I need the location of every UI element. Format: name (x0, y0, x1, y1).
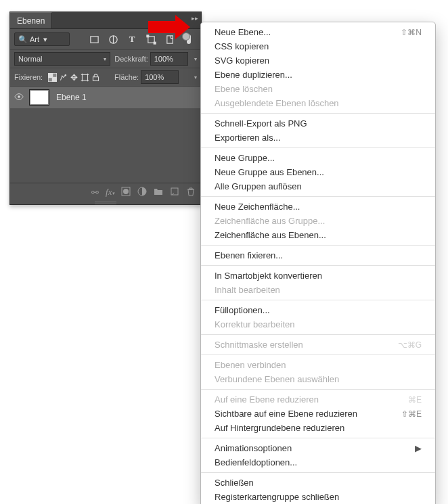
svg-point-10 (65, 74, 66, 76)
menu-separator (201, 472, 435, 473)
menu-separator (201, 389, 435, 390)
menu-shortcut: ⇧⌘N (401, 28, 422, 37)
layer-thumbnail[interactable] (29, 89, 49, 106)
filter-type-select[interactable]: 🔍Art▾ (14, 32, 70, 46)
menu-item[interactable]: Neue Gruppe... (201, 151, 435, 165)
menu-item: Ausgeblendete Ebenen löschen (201, 96, 435, 110)
menu-separator (201, 113, 435, 114)
new-group-icon[interactable] (154, 187, 163, 198)
menu-item-label: Bedienfeldoptionen... (215, 457, 297, 467)
tab-layers[interactable]: Ebenen (10, 12, 52, 28)
svg-rect-4 (154, 42, 156, 44)
pointer-arrow (148, 15, 190, 39)
menu-shortcut: ⇧⌘E (401, 409, 422, 419)
menu-separator (201, 265, 435, 266)
lock-position-icon[interactable]: ✥ (68, 72, 79, 83)
menu-item: Verbundene Ebenen auswählen (201, 372, 435, 386)
menu-item[interactable]: Sichtbare auf eine Ebene reduzieren⇧⌘E (201, 407, 435, 421)
menu-item-label: Ebene duplizieren... (215, 70, 292, 80)
menu-item[interactable]: Ebenen fixieren... (201, 248, 435, 262)
panel-flyout-menu: Neue Ebene...⇧⌘NCSS kopierenSVG kopieren… (200, 22, 436, 504)
blend-row: Normal▾ Deckkraft: 100% ▾ (10, 50, 201, 68)
filter-adjustment-icon[interactable] (108, 34, 118, 45)
menu-item[interactable]: Neue Ebene...⇧⌘N (201, 25, 435, 39)
svg-rect-6 (48, 73, 53, 78)
lock-pixels-icon[interactable] (58, 72, 68, 83)
lock-transparency-icon[interactable] (47, 72, 58, 83)
menu-item[interactable]: Bedienfeldoptionen... (201, 455, 435, 469)
chevron-down-icon[interactable]: ▾ (194, 56, 197, 62)
menu-item-label: Schnittmaske erstellen (215, 340, 303, 350)
menu-item-label: Animationsoptionen (215, 443, 292, 453)
link-layers-icon[interactable]: ⚯ (91, 187, 99, 198)
menu-item-label: In Smartobjekt konvertieren (215, 271, 322, 281)
fill-value[interactable]: 100% (141, 70, 179, 84)
menu-item[interactable]: Fülloptionen... (201, 303, 435, 317)
panel-footer: ⚯ fx▾ (10, 183, 201, 201)
menu-item-label: Auf eine Ebene reduzieren (215, 394, 319, 405)
svg-rect-0 (90, 36, 97, 42)
menu-item[interactable]: CSS kopieren (201, 39, 435, 53)
new-layer-icon[interactable] (170, 187, 179, 198)
filter-type-label: Art (30, 35, 39, 43)
menu-item: Inhalt bearbeiten (201, 283, 435, 297)
menu-item[interactable]: Neue Gruppe aus Ebenen... (201, 165, 435, 179)
chevron-down-icon[interactable]: ▾ (194, 74, 197, 81)
menu-item-label: Ausgeblendete Ebenen löschen (215, 98, 339, 108)
menu-item-label: Neue Gruppe aus Ebenen... (215, 167, 324, 177)
menu-item-label: Neue Gruppe... (215, 153, 275, 163)
menu-item-label: Korrektur bearbeiten (215, 319, 295, 329)
resize-grip[interactable] (10, 201, 201, 204)
menu-item[interactable]: Ebene duplizieren... (201, 68, 435, 82)
layer-name[interactable]: Ebene 1 (56, 93, 87, 102)
menu-shortcut: ⌘E (408, 395, 422, 405)
menu-item[interactable]: Schließen (201, 476, 435, 490)
menu-item-label: Ebenen fixieren... (215, 250, 283, 260)
layer-fx-icon[interactable]: fx▾ (106, 187, 114, 198)
svg-rect-12 (93, 76, 98, 81)
opacity-value[interactable]: 100% (150, 52, 188, 66)
blend-mode-select[interactable]: Normal▾ (14, 52, 110, 66)
menu-item-label: CSS kopieren (215, 41, 269, 51)
menu-item-label: Zeichenfläche aus Gruppe... (215, 216, 325, 226)
lock-artboard-icon[interactable] (79, 72, 90, 83)
adjustment-layer-icon[interactable] (137, 187, 147, 198)
menu-item: Ebenen verbinden (201, 358, 435, 372)
menu-separator (201, 354, 435, 355)
fill-label: Fläche: (114, 73, 139, 81)
menu-item[interactable]: Alle Gruppen auflösen (201, 179, 435, 193)
menu-item[interactable]: In Smartobjekt konvertieren (201, 269, 435, 283)
menu-item-label: Ebenen verbinden (215, 360, 286, 370)
menu-item: Schnittmaske erstellen⌥⌘G (201, 338, 435, 352)
menu-item: Zeichenfläche aus Gruppe... (201, 214, 435, 228)
filter-type-icon[interactable]: T (127, 34, 137, 45)
menu-item[interactable]: Neue Zeichenfläche... (201, 200, 435, 214)
layer-row[interactable]: Ebene 1 (10, 87, 201, 108)
menu-item-label: Schnell-Export als PNG (215, 118, 307, 129)
menu-item[interactable]: Registerkartengruppe schließen (201, 490, 435, 504)
lock-all-icon[interactable] (90, 72, 101, 83)
svg-point-13 (18, 95, 20, 98)
visibility-icon[interactable] (14, 93, 24, 103)
menu-item[interactable]: Animationsoptionen▶ (201, 441, 435, 455)
menu-item[interactable]: Schnell-Export als PNG (201, 116, 435, 131)
layer-mask-icon[interactable] (121, 187, 131, 198)
menu-item-label: Alle Gruppen auflösen (215, 181, 302, 191)
menu-item[interactable]: SVG kopieren (201, 53, 435, 68)
menu-separator (201, 334, 435, 335)
menu-item-label: Verbundene Ebenen auswählen (215, 374, 339, 384)
collapse-icon[interactable]: ▸▸ (192, 15, 198, 22)
menu-item[interactable]: Zeichenfläche aus Ebenen... (201, 228, 435, 242)
delete-layer-icon[interactable] (186, 187, 196, 198)
filter-pixel-icon[interactable] (89, 34, 99, 45)
menu-item[interactable]: Exportieren als... (201, 131, 435, 145)
layers-panel: Ebenen ▸▸ 🔍Art▾ T Normal▾ Deckkraft: 100… (9, 12, 202, 205)
menu-item[interactable]: Auf Hintergrundebene reduzieren (201, 421, 435, 435)
menu-item-label: SVG kopieren (215, 55, 269, 66)
menu-shortcut: ⌥⌘G (398, 340, 422, 350)
svg-rect-17 (171, 188, 178, 195)
lock-row: Fixieren: ✥ Fläche: 100% ▾ (10, 68, 201, 87)
svg-rect-9 (48, 77, 53, 82)
menu-item-label: Sichtbare auf eine Ebene reduzieren (215, 409, 357, 419)
menu-item-label: Auf Hintergrundebene reduzieren (215, 423, 344, 433)
